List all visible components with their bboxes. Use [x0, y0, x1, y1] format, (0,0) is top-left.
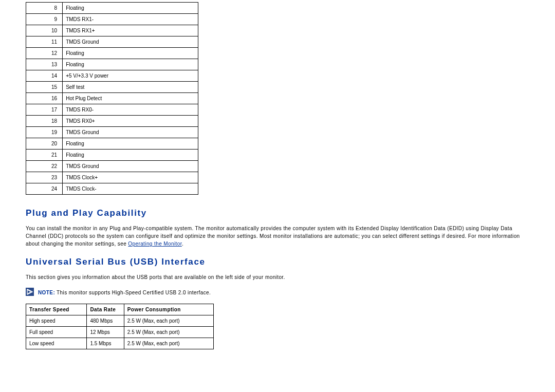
pin-number-cell: 9: [26, 14, 63, 25]
pin-number-cell: 20: [26, 138, 63, 150]
table-row: 24TMDS Clock-: [26, 183, 198, 195]
table-row: 9TMDS RX1-: [26, 14, 198, 25]
operating-monitor-link[interactable]: Operating the Monitor: [128, 241, 182, 247]
table-row: Full speed12 Mbps2.5 W (Max, each port): [26, 327, 214, 338]
usb-table-body: High speed480 Mbps2.5 W (Max, each port)…: [26, 315, 214, 349]
pin-desc-cell: TMDS Clock+: [63, 172, 198, 183]
usb-speed-cell: Low speed: [26, 338, 87, 349]
table-row: 17TMDS RX0-: [26, 104, 198, 116]
pin-number-cell: 21: [26, 150, 63, 161]
page-container: 8Floating9TMDS RX1-10TMDS RX1+11TMDS Gro…: [0, 0, 555, 392]
plug-and-play-body: You can install the monitor in any Plug …: [26, 225, 529, 248]
table-row: 23TMDS Clock+: [26, 172, 198, 183]
pin-table-body: 8Floating9TMDS RX1-10TMDS RX1+11TMDS Gro…: [26, 3, 198, 195]
usb-rate-cell: 480 Mbps: [87, 315, 124, 327]
pin-number-cell: 8: [26, 3, 63, 14]
pin-number-cell: 15: [26, 82, 63, 93]
pin-number-cell: 12: [26, 48, 63, 59]
usb-rate-cell: 1.5 Mbps: [87, 338, 124, 349]
pin-number-cell: 18: [26, 116, 63, 127]
table-row: 15Self test: [26, 82, 198, 93]
pin-number-cell: 16: [26, 93, 63, 104]
usb-speed-cell: High speed: [26, 315, 87, 327]
pin-desc-cell: TMDS Clock-: [63, 183, 198, 195]
note-label: NOTE:: [38, 290, 55, 295]
pin-number-cell: 17: [26, 104, 63, 116]
pin-desc-cell: TMDS Ground: [63, 36, 198, 48]
usb-table-header-row: Transfer Speed Data Rate Power Consumpti…: [26, 304, 214, 315]
pin-desc-cell: TMDS RX1+: [63, 25, 198, 36]
pin-desc-cell: TMDS RX1-: [63, 14, 198, 25]
usb-speed-table: Transfer Speed Data Rate Power Consumpti…: [26, 304, 214, 349]
pin-desc-cell: Floating: [63, 150, 198, 161]
pin-desc-cell: Floating: [63, 3, 198, 14]
pin-number-cell: 23: [26, 172, 63, 183]
pin-number-cell: 19: [26, 127, 63, 138]
table-row: 8Floating: [26, 3, 198, 14]
pin-desc-cell: Floating: [63, 59, 198, 70]
table-row: 12Floating: [26, 48, 198, 59]
usb-speed-cell: Full speed: [26, 327, 87, 338]
pin-assignment-table: 8Floating9TMDS RX1-10TMDS RX1+11TMDS Gro…: [26, 2, 198, 195]
usb-rate-cell: 12 Mbps: [87, 327, 124, 338]
usb-interface-heading: Universal Serial Bus (USB) Interface: [26, 257, 529, 267]
note-text: This monitor supports High-Speed Certifi…: [55, 290, 211, 295]
table-row: 18TMDS RX0+: [26, 116, 198, 127]
usb-col-power-header: Power Consumption: [124, 304, 213, 315]
usb-col-speed-header: Transfer Speed: [26, 304, 87, 315]
usb-note-row: NOTE: This monitor supports High-Speed C…: [26, 287, 529, 296]
usb-intro-text: This section gives you information about…: [26, 273, 529, 281]
pin-number-cell: 11: [26, 36, 63, 48]
table-row: Low speed1.5 Mbps2.5 W (Max, each port): [26, 338, 214, 349]
pin-desc-cell: Floating: [63, 48, 198, 59]
usb-power-cell: 2.5 W (Max, each port): [124, 327, 213, 338]
plug-and-play-heading: Plug and Play Capability: [26, 208, 529, 218]
pin-desc-cell: +5 V/+3.3 V power: [63, 70, 198, 82]
pin-desc-cell: TMDS RX0-: [63, 104, 198, 116]
table-row: 10TMDS RX1+: [26, 25, 198, 36]
usb-col-rate-header: Data Rate: [87, 304, 124, 315]
note-content: NOTE: This monitor supports High-Speed C…: [38, 287, 211, 296]
usb-power-cell: 2.5 W (Max, each port): [124, 315, 213, 327]
pin-number-cell: 14: [26, 70, 63, 82]
pin-desc-cell: Hot Plug Detect: [63, 93, 198, 104]
pin-desc-cell: Self test: [63, 82, 198, 93]
pin-number-cell: 10: [26, 25, 63, 36]
table-row: 14+5 V/+3.3 V power: [26, 70, 198, 82]
pin-number-cell: 13: [26, 59, 63, 70]
pin-desc-cell: TMDS Ground: [63, 127, 198, 138]
pin-number-cell: 22: [26, 161, 63, 172]
table-row: 19TMDS Ground: [26, 127, 198, 138]
table-row: High speed480 Mbps2.5 W (Max, each port): [26, 315, 214, 327]
table-row: 22TMDS Ground: [26, 161, 198, 172]
pin-desc-cell: TMDS Ground: [63, 161, 198, 172]
table-row: 21Floating: [26, 150, 198, 161]
pin-desc-cell: TMDS RX0+: [63, 116, 198, 127]
table-row: 13Floating: [26, 59, 198, 70]
usb-power-cell: 2.5 W (Max, each port): [124, 338, 213, 349]
table-row: 16Hot Plug Detect: [26, 93, 198, 104]
note-icon: [26, 288, 34, 296]
pin-number-cell: 24: [26, 183, 63, 195]
plug-play-text-pre: You can install the monitor in any Plug …: [26, 226, 520, 247]
table-row: 20Floating: [26, 138, 198, 150]
plug-play-text-post: .: [182, 241, 183, 247]
pin-desc-cell: Floating: [63, 138, 198, 150]
table-row: 11TMDS Ground: [26, 36, 198, 48]
